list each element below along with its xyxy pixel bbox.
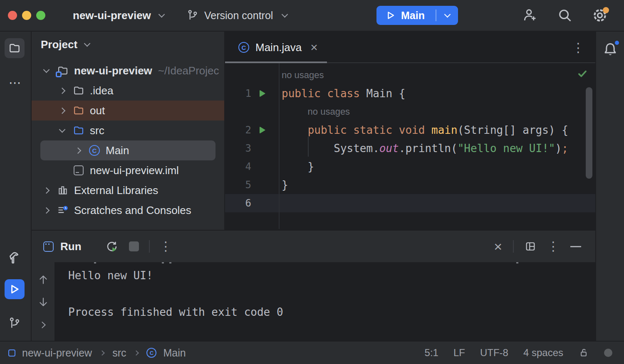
editor-area: C Main.java × ⋮ no usages1public class M… [225, 32, 595, 230]
tree-item-main-class[interactable]: C Main [40, 140, 215, 160]
toolbar-divider [513, 240, 514, 253]
code-line-1[interactable]: 1public class Main { [225, 84, 595, 103]
inspections-ok-icon[interactable] [577, 68, 588, 79]
editor-options-kebab[interactable]: ⋮ [572, 32, 584, 63]
line-number: 6 [225, 197, 251, 209]
run-line-icon[interactable] [257, 89, 267, 98]
settings-button[interactable] [592, 7, 608, 24]
stop-button[interactable] [129, 241, 139, 251]
line-number: 3 [225, 143, 251, 154]
scroll-up-icon[interactable] [37, 274, 49, 285]
line-number: 4 [225, 161, 251, 172]
tree-item-project-root[interactable]: new-ui-preview ~/IdeaProjec [32, 61, 224, 81]
run-panel-title: Run [60, 240, 82, 253]
more-tool-windows-button[interactable]: ⋯ [0, 75, 31, 90]
tree-item-scratches[interactable]: Scratches and Consoles [32, 200, 224, 220]
scratches-icon [57, 204, 69, 216]
minimize-window-button[interactable] [22, 11, 31, 20]
java-class-icon: C [89, 145, 100, 156]
chevron-right-icon[interactable] [59, 107, 66, 114]
inlay-hint[interactable]: no usages [225, 66, 595, 84]
run-button[interactable]: Main [376, 10, 436, 22]
inlay-hint[interactable]: no usages [225, 103, 595, 121]
code-with-me-button[interactable] [522, 7, 538, 24]
indent-guide [308, 137, 309, 157]
build-tool-window-button[interactable] [5, 248, 25, 268]
project-name: new-ui-preview [73, 9, 151, 22]
lock-icon[interactable] [578, 347, 589, 358]
run-line-icon[interactable] [257, 125, 267, 135]
module-file-icon [74, 165, 84, 175]
chevron-down-icon[interactable] [84, 40, 91, 47]
libraries-icon [57, 184, 69, 196]
run-configuration-widget: Main [376, 6, 458, 25]
tab-main-java[interactable]: C Main.java × [225, 32, 329, 63]
close-tab-icon[interactable]: × [310, 41, 318, 54]
zoom-window-button[interactable] [36, 11, 45, 20]
tree-item-external-libraries[interactable]: External Libraries [32, 180, 224, 200]
git-branch-icon [186, 9, 199, 22]
line-ending[interactable]: LF [453, 347, 465, 359]
run-tool-window: Run ⋮ × ⋮ [32, 231, 595, 341]
indent-setting[interactable]: 4 spaces [523, 347, 563, 359]
folder-icon [73, 85, 84, 96]
chevron-down-icon [158, 11, 165, 17]
close-window-button[interactable] [8, 11, 17, 20]
project-panel-title: Project [41, 38, 77, 51]
tree-item-iml-file[interactable]: new-ui-preview.iml [32, 160, 224, 180]
caret-position[interactable]: 5:1 [425, 347, 438, 359]
tree-item-src-folder[interactable]: src [32, 121, 224, 140]
project-badge [56, 71, 62, 77]
settings-notification-dot [603, 7, 609, 13]
vcs-selector[interactable]: Version control [186, 0, 287, 31]
scroll-down-icon[interactable] [37, 296, 49, 308]
breadcrumb-project[interactable]: new-ui-preview [22, 347, 92, 359]
run-console[interactable]: Hello new UI! Process finished with exit… [32, 262, 595, 341]
code-editor[interactable]: no usages1public class Main {no usages2 … [225, 63, 595, 229]
add-user-icon [522, 7, 538, 23]
left-tool-window-stripe: ⋯ [0, 32, 31, 341]
breadcrumb: new-ui-preview src C Main [8, 347, 186, 359]
code-line-2[interactable]: 2 public static void main(String[] args)… [225, 121, 595, 139]
code-line-6[interactable]: 6 [225, 194, 595, 212]
close-panel-icon[interactable]: × [494, 239, 502, 253]
minimize-panel-icon[interactable] [570, 246, 581, 247]
chevron-right-icon[interactable] [43, 207, 50, 214]
vcs-tool-window-button[interactable] [5, 313, 25, 333]
project-root-folder-icon [57, 65, 69, 76]
play-icon [9, 283, 20, 295]
tree-item-idea-folder[interactable]: .idea [32, 81, 224, 101]
line-number: 5 [225, 179, 251, 191]
breadcrumb-src[interactable]: src [112, 347, 126, 359]
code-line-4[interactable]: 4 } [225, 157, 595, 176]
line-number: 1 [225, 88, 251, 99]
run-tool-window-button[interactable] [5, 279, 25, 299]
excluded-folder-icon [73, 105, 84, 116]
console-output[interactable]: Hello new UI! Process finished with exit… [54, 266, 595, 341]
editor-scrollbar[interactable] [586, 87, 592, 179]
rerun-button[interactable] [106, 240, 118, 253]
chevron-right-icon[interactable] [75, 147, 82, 154]
expand-chevron-icon[interactable] [39, 320, 48, 330]
project-tool-window: Project new-ui-preview ~/IdeaProjec .ide… [32, 32, 224, 230]
notifications-button[interactable] [602, 41, 619, 57]
search-everywhere-button[interactable] [557, 7, 573, 24]
chevron-down-icon[interactable] [43, 66, 50, 73]
file-encoding[interactable]: UTF-8 [480, 347, 508, 359]
tree-path: ~/IdeaProjec [158, 64, 219, 77]
tree-item-out-folder[interactable]: out [32, 101, 224, 121]
run-options-kebab[interactable]: ⋮ [160, 240, 172, 253]
layout-settings-icon[interactable] [525, 241, 536, 252]
breadcrumb-main[interactable]: Main [163, 347, 186, 359]
tree-label: Scratches and Consoles [74, 204, 191, 217]
code-line-3[interactable]: 3 System.out.println("Hello new UI!"); [225, 139, 595, 157]
code-line-5[interactable]: 5} [225, 176, 595, 194]
project-tool-window-button[interactable] [5, 38, 25, 58]
run-config-dropdown[interactable] [436, 13, 458, 18]
chevron-down-icon[interactable] [59, 126, 66, 133]
chevron-right-icon[interactable] [59, 87, 66, 94]
console-clipped-line-fragment [169, 262, 171, 263]
panel-options-kebab[interactable]: ⋮ [547, 240, 560, 253]
chevron-right-icon[interactable] [43, 187, 50, 194]
project-selector[interactable]: new-ui-preview [73, 0, 164, 31]
